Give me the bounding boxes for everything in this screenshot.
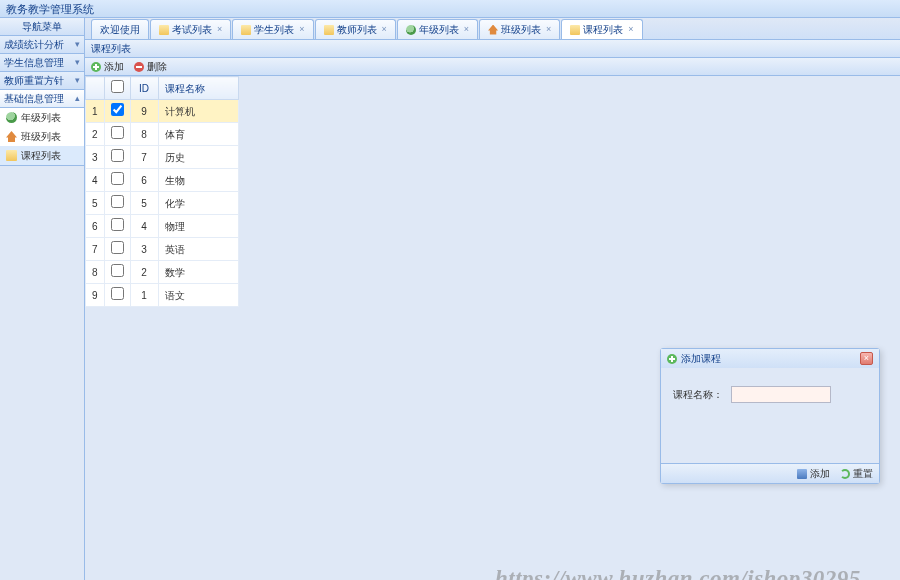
- cell-name: 物理: [158, 215, 238, 238]
- nav-item-classes[interactable]: 班级列表: [0, 127, 84, 146]
- watermark: https://www.huzhan.com/ishop30295: [495, 566, 861, 580]
- table-row[interactable]: 46生物: [86, 169, 239, 192]
- row-checkbox[interactable]: [111, 218, 124, 231]
- table-row[interactable]: 73英语: [86, 238, 239, 261]
- home-icon: [6, 131, 17, 142]
- table-row[interactable]: 37历史: [86, 146, 239, 169]
- table-row[interactable]: 91语文: [86, 284, 239, 307]
- cell-id: 4: [130, 215, 158, 238]
- chevron-down-icon: ▾: [75, 57, 80, 69]
- table-row[interactable]: 19计算机: [86, 100, 239, 123]
- row-checkbox[interactable]: [111, 241, 124, 254]
- row-checkbox[interactable]: [111, 172, 124, 185]
- cell-check[interactable]: [104, 238, 130, 261]
- folder-icon: [159, 25, 169, 35]
- cell-name: 历史: [158, 146, 238, 169]
- chevron-down-icon: ▾: [75, 39, 80, 51]
- plus-icon: [667, 354, 677, 364]
- cell-id: 3: [130, 238, 158, 261]
- cell-check[interactable]: [104, 284, 130, 307]
- close-icon[interactable]: ×: [464, 24, 469, 36]
- cell-check[interactable]: [104, 192, 130, 215]
- cell-rownum: 6: [86, 215, 105, 238]
- folder-icon: [241, 25, 251, 35]
- table-row[interactable]: 82数学: [86, 261, 239, 284]
- cell-id: 5: [130, 192, 158, 215]
- tab-welcome[interactable]: 欢迎使用: [91, 19, 149, 39]
- close-icon[interactable]: ×: [628, 24, 633, 36]
- col-check[interactable]: [104, 77, 130, 100]
- tab-teachers[interactable]: 教师列表×: [315, 19, 396, 39]
- tab-classes[interactable]: 班级列表×: [479, 19, 560, 39]
- cell-check[interactable]: [104, 261, 130, 284]
- cell-rownum: 3: [86, 146, 105, 169]
- nav-group-basic[interactable]: 基础信息管理▴: [0, 90, 84, 108]
- cell-id: 8: [130, 123, 158, 146]
- folder-icon: [570, 25, 580, 35]
- nav-item-grades[interactable]: 年级列表: [0, 108, 84, 127]
- globe-icon: [406, 25, 416, 35]
- tab-bar: 欢迎使用 考试列表× 学生列表× 教师列表× 年级列表× 班级列表× 课程列表×: [85, 18, 900, 40]
- nav-group-scores[interactable]: 成绩统计分析▾: [0, 36, 84, 54]
- nav-sublist: 年级列表 班级列表 课程列表: [0, 108, 84, 166]
- close-icon[interactable]: ×: [299, 24, 304, 36]
- cell-name: 体育: [158, 123, 238, 146]
- toolbar: 添加 删除: [85, 58, 900, 76]
- close-icon[interactable]: ×: [860, 352, 873, 365]
- dialog-add-button[interactable]: 添加: [797, 467, 830, 480]
- nav-group-students[interactable]: 学生信息管理▾: [0, 54, 84, 72]
- row-checkbox[interactable]: [111, 126, 124, 139]
- tab-students[interactable]: 学生列表×: [232, 19, 313, 39]
- col-id[interactable]: ID: [130, 77, 158, 100]
- table-row[interactable]: 28体育: [86, 123, 239, 146]
- course-name-input[interactable]: [731, 386, 831, 403]
- cell-rownum: 1: [86, 100, 105, 123]
- course-grid: ID 课程名称 19计算机28体育37历史46生物55化学64物理73英语82数…: [85, 76, 239, 307]
- tab-courses[interactable]: 课程列表×: [561, 19, 642, 39]
- cell-name: 英语: [158, 238, 238, 261]
- app-title: 教务教学管理系统: [6, 3, 94, 15]
- row-checkbox[interactable]: [111, 103, 124, 116]
- cell-check[interactable]: [104, 169, 130, 192]
- close-icon[interactable]: ×: [382, 24, 387, 36]
- cell-rownum: 4: [86, 169, 105, 192]
- cell-check[interactable]: [104, 100, 130, 123]
- col-name[interactable]: 课程名称: [158, 77, 238, 100]
- tab-exams[interactable]: 考试列表×: [150, 19, 231, 39]
- tab-grades[interactable]: 年级列表×: [397, 19, 478, 39]
- close-icon[interactable]: ×: [217, 24, 222, 36]
- nav-group-teachers[interactable]: 教师重置方针▾: [0, 72, 84, 90]
- cell-check[interactable]: [104, 215, 130, 238]
- app-title-bar: 教务教学管理系统: [0, 0, 900, 18]
- cell-rownum: 7: [86, 238, 105, 261]
- cell-check[interactable]: [104, 146, 130, 169]
- close-icon[interactable]: ×: [546, 24, 551, 36]
- row-checkbox[interactable]: [111, 264, 124, 277]
- delete-button[interactable]: 删除: [134, 60, 167, 73]
- row-checkbox[interactable]: [111, 287, 124, 300]
- cell-id: 9: [130, 100, 158, 123]
- check-all[interactable]: [111, 80, 124, 93]
- cell-id: 6: [130, 169, 158, 192]
- plus-icon: [91, 62, 101, 72]
- row-checkbox[interactable]: [111, 149, 124, 162]
- cell-rownum: 8: [86, 261, 105, 284]
- row-checkbox[interactable]: [111, 195, 124, 208]
- add-button[interactable]: 添加: [91, 60, 124, 73]
- save-icon: [797, 469, 807, 479]
- dialog-header[interactable]: 添加课程 ×: [661, 349, 879, 368]
- cell-rownum: 2: [86, 123, 105, 146]
- dialog-reset-button[interactable]: 重置: [840, 467, 873, 480]
- table-row[interactable]: 55化学: [86, 192, 239, 215]
- add-course-dialog: 添加课程 × 课程名称： 添加 重置: [660, 348, 880, 484]
- home-icon: [488, 25, 498, 35]
- cell-name: 化学: [158, 192, 238, 215]
- cell-id: 7: [130, 146, 158, 169]
- cell-check[interactable]: [104, 123, 130, 146]
- chevron-up-icon: ▴: [75, 93, 80, 105]
- table-row[interactable]: 64物理: [86, 215, 239, 238]
- nav-item-courses[interactable]: 课程列表: [0, 146, 84, 165]
- cell-rownum: 9: [86, 284, 105, 307]
- chevron-down-icon: ▾: [75, 75, 80, 87]
- minus-icon: [134, 62, 144, 72]
